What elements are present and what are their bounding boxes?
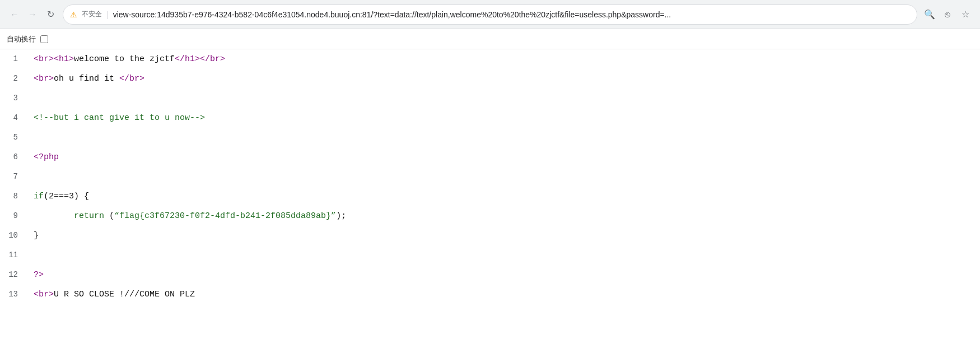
code-line: } bbox=[34, 226, 980, 245]
line-number: 9 bbox=[4, 206, 18, 226]
code-token: </br> bbox=[200, 54, 225, 64]
forward-button[interactable]: → bbox=[25, 7, 40, 22]
code-token: welcome to the zjctf bbox=[74, 54, 175, 64]
code-token: ); bbox=[336, 211, 346, 221]
code-line: ?> bbox=[34, 265, 980, 285]
code-token: <?php bbox=[34, 152, 59, 162]
code-token: ( bbox=[104, 211, 114, 221]
code-content: <br><h1>welcome to the zjctf</h1></br><b… bbox=[25, 49, 980, 304]
code-token: oh u find it bbox=[54, 74, 119, 83]
reload-icon: ↻ bbox=[47, 9, 54, 20]
share-icon: ⎋ bbox=[945, 10, 950, 20]
line-number: 4 bbox=[4, 108, 18, 128]
back-button[interactable]: ← bbox=[7, 7, 22, 22]
code-line bbox=[34, 167, 980, 187]
security-label: 不安全 bbox=[82, 10, 102, 19]
browser-chrome: ← → ↻ ⚠ 不安全 | view-source:14d935b7-e976-… bbox=[0, 0, 980, 29]
code-token: U R SO CLOSE !///COME ON PLZ bbox=[54, 290, 195, 299]
line-number: 12 bbox=[4, 265, 18, 285]
code-line: <?php bbox=[34, 147, 980, 167]
line-number: 2 bbox=[4, 69, 18, 89]
autowrap-checkbox[interactable] bbox=[40, 35, 48, 43]
line-number: 13 bbox=[4, 285, 18, 304]
line-number: 3 bbox=[4, 89, 18, 108]
code-token bbox=[34, 211, 74, 221]
url-text: view-source:14d935b7-e976-4324-b582-04c6… bbox=[113, 10, 910, 19]
star-icon: ☆ bbox=[962, 9, 969, 20]
line-number: 7 bbox=[4, 167, 18, 187]
code-token: </h1> bbox=[175, 54, 200, 64]
zoom-icon: 🔍 bbox=[924, 9, 935, 20]
code-token: <br> bbox=[34, 54, 54, 64]
address-bar[interactable]: ⚠ 不安全 | view-source:14d935b7-e976-4324-b… bbox=[63, 4, 917, 25]
source-view: 12345678910111213 <br><h1>welcome to the… bbox=[0, 49, 980, 304]
line-number: 8 bbox=[4, 187, 18, 206]
star-button[interactable]: ☆ bbox=[958, 7, 973, 22]
code-token: (2===3) { bbox=[44, 192, 89, 201]
forward-icon: → bbox=[28, 10, 37, 20]
code-token: <h1> bbox=[54, 54, 74, 64]
toolbar-icons: 🔍 ⎋ ☆ bbox=[922, 7, 973, 22]
share-button[interactable]: ⎋ bbox=[940, 7, 955, 22]
code-token: } bbox=[34, 231, 39, 240]
back-icon: ← bbox=[10, 10, 19, 20]
code-token: return bbox=[74, 211, 104, 221]
line-number: 5 bbox=[4, 128, 18, 147]
line-number: 10 bbox=[4, 226, 18, 245]
autowrap-bar: 自动换行 bbox=[0, 29, 980, 49]
code-token: if bbox=[34, 192, 44, 201]
code-line: <br>U R SO CLOSE !///COME ON PLZ bbox=[34, 285, 980, 304]
line-number: 1 bbox=[4, 49, 18, 69]
separator: | bbox=[106, 10, 109, 19]
code-token: <!--but i cant give it to u now--> bbox=[34, 113, 205, 123]
line-number: 6 bbox=[4, 147, 18, 167]
code-token: “flag{c3f67230-f0f2-4dfd-b241-2f085dda89… bbox=[114, 211, 336, 221]
zoom-button[interactable]: 🔍 bbox=[922, 7, 937, 22]
code-line bbox=[34, 245, 980, 265]
code-line: if(2===3) { bbox=[34, 187, 980, 206]
code-line: <br>oh u find it </br> bbox=[34, 69, 980, 89]
code-line: return (“flag{c3f67230-f0f2-4dfd-b241-2f… bbox=[34, 206, 980, 226]
autowrap-label: 自动换行 bbox=[7, 34, 36, 44]
code-token: <br> bbox=[34, 74, 54, 83]
nav-buttons: ← → ↻ bbox=[7, 7, 58, 22]
code-line bbox=[34, 128, 980, 147]
security-icon: ⚠ bbox=[70, 10, 77, 19]
code-line: <!--but i cant give it to u now--> bbox=[34, 108, 980, 128]
reload-button[interactable]: ↻ bbox=[43, 7, 58, 22]
code-token: </br> bbox=[119, 74, 144, 83]
line-numbers: 12345678910111213 bbox=[0, 49, 25, 304]
code-token: <br> bbox=[34, 290, 54, 299]
code-line bbox=[34, 89, 980, 108]
code-token: ?> bbox=[34, 270, 44, 280]
code-line: <br><h1>welcome to the zjctf</h1></br> bbox=[34, 49, 980, 69]
line-number: 11 bbox=[4, 245, 18, 265]
